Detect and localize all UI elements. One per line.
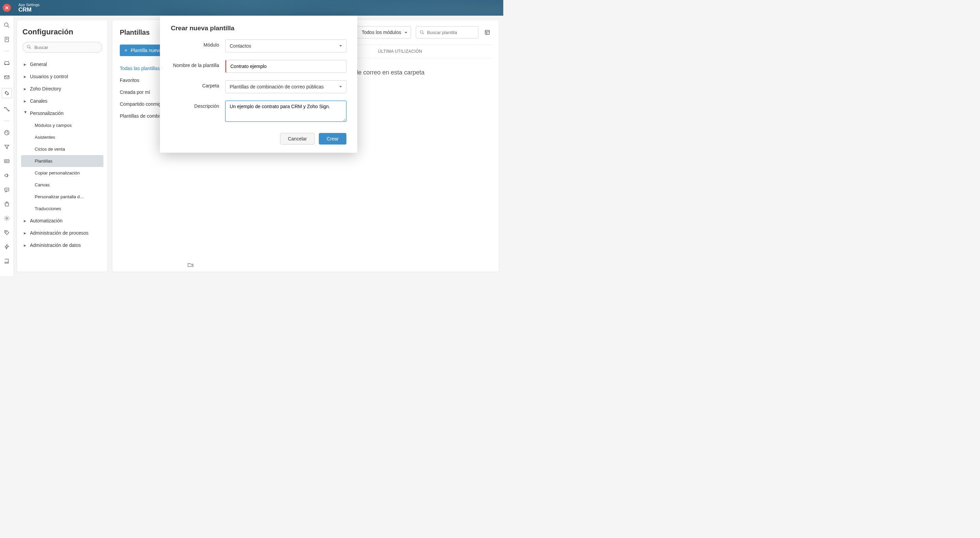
search-icon[interactable] [3,22,10,29]
plus-icon [124,48,128,52]
module-select[interactable]: Contactos [225,40,347,52]
chevron-icon: ▸ [24,218,28,224]
description-textarea[interactable] [225,101,347,122]
tree-group[interactable]: ▸Automatización [20,214,105,227]
chevron-icon: ▸ [24,62,28,67]
sidebar-search[interactable] [22,42,102,53]
search-icon [420,30,424,35]
chevron-icon: ▸ [24,86,28,92]
document-icon[interactable] [3,36,10,43]
tree-subitem[interactable]: Asistentes [21,131,103,143]
svg-line-27 [423,33,424,34]
create-template-modal: Crear nueva plantilla Módulo Contactos N… [160,16,357,153]
template-name-input[interactable] [225,60,347,73]
cancel-button[interactable]: Cancelar [280,133,315,144]
close-icon [5,6,9,10]
bolt-icon[interactable] [3,243,10,250]
flow-icon[interactable] [3,106,10,113]
svg-point-0 [5,23,8,27]
label-name: Nombre de la plantilla [171,60,225,68]
label-description: Descripción [171,101,225,109]
folder-icon[interactable] [187,262,194,268]
topbar: App Settings CRM [0,0,503,16]
link-icon[interactable] [2,88,12,98]
layout-toggle-icon[interactable] [483,28,492,37]
book-icon[interactable] [3,258,10,265]
megaphone-icon[interactable] [3,172,10,179]
tree-group[interactable]: ▸Usuarios y control [20,70,105,83]
palette-icon[interactable] [3,129,10,136]
svg-line-1 [8,26,9,27]
tag-icon[interactable] [3,229,10,236]
svg-point-21 [8,189,8,190]
tree-subitem[interactable]: Módulos y campos [21,119,103,131]
svg-point-15 [5,161,6,162]
topbar-title: CRM [18,7,40,13]
gear-icon[interactable] [3,215,10,222]
svg-point-20 [7,189,7,190]
sidebar-search-input[interactable] [22,42,102,53]
mail-icon[interactable] [3,74,10,81]
label-folder: Carpeta [171,80,225,89]
svg-rect-28 [485,30,489,34]
icon-rail [0,16,14,276]
svg-line-25 [30,48,31,49]
tree-subitem[interactable]: Ciclos de venta [21,143,103,155]
shop-icon[interactable] [3,201,10,208]
folder-select[interactable]: Plantillas de combinación de correo públ… [225,80,347,93]
svg-point-26 [420,30,423,33]
filter-icon[interactable] [3,143,10,150]
modal-title: Crear nueva plantilla [171,24,347,32]
module-selector[interactable]: Todos los módulos [356,26,411,38]
svg-point-13 [8,133,8,134]
close-app-button[interactable] [3,4,11,12]
svg-point-12 [7,131,8,132]
topbar-titles: App Settings CRM [18,3,40,13]
topbar-subtitle: App Settings [18,3,40,7]
label-module: Módulo [171,40,225,48]
chevron-icon: ▸ [24,98,28,104]
tree-subitem[interactable]: Copiar personalización [21,167,103,179]
tree-group[interactable]: ▸Zoho Directory [20,83,105,95]
page-title: Plantillas [120,29,150,37]
tree-group[interactable]: ▸Personalización [20,107,105,119]
chevron-icon: ▸ [24,230,28,236]
car-icon[interactable] [3,60,10,66]
chevron-icon: ▸ [24,74,28,79]
svg-point-23 [6,232,6,232]
id-icon[interactable] [3,158,10,165]
chevron-icon: ▸ [24,243,28,248]
svg-point-19 [6,189,6,190]
svg-point-10 [5,130,9,135]
tree-subitem[interactable]: Plantillas [21,155,103,167]
sidebar: Configuración ▸General▸Usuarios y contro… [17,20,108,272]
svg-point-24 [27,45,30,48]
chevron-icon: ▸ [23,111,29,115]
col-last-used: ÚLTIMA UTILIZACIÓN [378,49,422,54]
svg-point-11 [5,132,6,133]
svg-point-22 [6,217,8,219]
tree-group[interactable]: ▸Canales [20,95,105,107]
sidebar-title: Configuración [20,27,105,37]
tree-subitem[interactable]: Personalizar pantalla d… [21,191,103,203]
search-template[interactable] [416,26,479,38]
tree-group[interactable]: ▸General [20,58,105,70]
chat-icon[interactable] [3,186,10,193]
tree-group[interactable]: ▸Administración de datos [20,239,105,251]
search-template-input[interactable] [427,30,475,35]
tree-subitem[interactable]: Traducciones [21,203,103,214]
search-icon [27,44,31,49]
tree-subitem[interactable]: Canvas [21,179,103,191]
create-button[interactable]: Crear [319,133,347,144]
rail-divider [5,51,9,51]
tree-group[interactable]: ▸Administración de procesos [20,227,105,239]
